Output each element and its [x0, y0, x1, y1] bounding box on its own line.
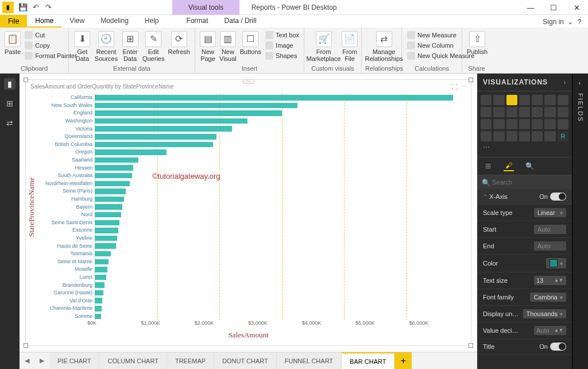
xaxis-section-header[interactable]: ⌃ X-Axis On [477, 189, 572, 205]
bar[interactable] [95, 172, 469, 180]
resize-handle[interactable] [469, 343, 473, 348]
expand-fields-pane-icon[interactable]: ‹ [579, 79, 582, 86]
file-menu[interactable]: File [0, 15, 27, 28]
viz-type-multicard[interactable] [493, 131, 504, 141]
viz-type-100-bar[interactable] [532, 95, 543, 105]
bar[interactable] [95, 305, 469, 313]
viz-type-pie[interactable] [481, 119, 492, 129]
more-options-icon[interactable]: ⋯ [461, 83, 467, 91]
page-tab[interactable]: PIE CHART [49, 352, 99, 370]
modeling-tab[interactable]: Modeling [92, 15, 137, 28]
bar[interactable] [95, 281, 469, 289]
viz-type-stacked-column[interactable] [493, 95, 504, 105]
bar[interactable] [95, 203, 469, 211]
bar[interactable] [95, 141, 469, 149]
edit-queries-button[interactable]: ✎Edit Queries [141, 30, 166, 63]
drag-handle-icon[interactable]: ⋯ [243, 79, 254, 84]
page-tab[interactable]: DONUT CHART [214, 352, 277, 370]
bar[interactable] [95, 117, 469, 125]
maximize-button[interactable]: ☐ [542, 0, 565, 15]
report-canvas[interactable]: ⋯ ⛶ ⋯ SalesAmount and OrderQuantity by S… [20, 74, 477, 352]
undo-icon[interactable]: ↶ [31, 3, 40, 12]
xaxis-toggle[interactable] [550, 193, 566, 201]
fields-well-icon[interactable]: ⊞ [483, 161, 493, 171]
bar[interactable] [95, 211, 469, 219]
page-tab[interactable]: FUNNEL CHART [277, 352, 342, 370]
bar[interactable] [95, 297, 469, 305]
font-family-dropdown[interactable]: Cambria▾ [530, 293, 566, 302]
from-file-button[interactable]: 📄From File [341, 30, 359, 63]
format-well-icon[interactable]: 🖌 [504, 161, 514, 171]
bar[interactable] [95, 274, 469, 282]
viz-type-line-clustered[interactable] [519, 107, 530, 117]
viz-type-area[interactable] [481, 107, 492, 117]
signin-link[interactable]: Sign in [543, 18, 564, 26]
chart-visual[interactable]: ⋯ ⛶ ⋯ SalesAmount and OrderQuantity by S… [25, 79, 471, 346]
display-units-dropdown[interactable]: Thousands▾ [523, 309, 566, 318]
bar[interactable] [95, 133, 469, 141]
fields-header[interactable]: FIELDS [577, 93, 584, 122]
home-tab[interactable]: Home [27, 15, 61, 28]
close-button[interactable]: ✕ [565, 0, 588, 15]
bar[interactable] [95, 250, 469, 258]
viz-type-treemap[interactable] [506, 119, 517, 129]
viz-type-donut[interactable] [493, 119, 504, 129]
model-view-icon[interactable]: ⇄ [4, 117, 16, 129]
format-tab[interactable]: Format [179, 15, 216, 28]
get-data-button[interactable]: ⬇Get Data [72, 30, 92, 63]
viz-type-matrix[interactable] [544, 131, 555, 141]
bar[interactable] [95, 226, 469, 235]
bar[interactable] [95, 164, 469, 172]
start-input[interactable]: Auto [534, 225, 566, 234]
viz-type-clustered-column[interactable] [519, 95, 530, 105]
enter-data-button[interactable]: ⊞Enter Data [120, 30, 140, 63]
format-search-input[interactable] [477, 175, 572, 189]
viz-type-funnel[interactable] [544, 119, 555, 129]
buttons-button[interactable]: ☐Buttons [239, 30, 262, 56]
help-tab[interactable]: Help [137, 15, 167, 28]
viz-type-slicer[interactable] [519, 131, 530, 141]
bar[interactable] [95, 266, 469, 274]
viz-type-kpi[interactable] [506, 131, 517, 141]
viz-type-gauge[interactable] [558, 119, 568, 129]
bar[interactable] [95, 235, 469, 243]
viz-type-card[interactable] [481, 131, 492, 141]
textbox-button[interactable]: Text box [264, 30, 301, 40]
viz-type-line-stacked[interactable] [506, 107, 517, 117]
title-toggle[interactable] [550, 343, 566, 351]
viz-type-100-column[interactable] [544, 95, 555, 105]
bar[interactable] [95, 242, 469, 250]
viz-type-line[interactable] [558, 95, 568, 105]
bar[interactable] [95, 102, 469, 110]
shapes-button[interactable]: Shapes [264, 51, 301, 61]
value-decimal-spinner[interactable]: ▲▼ [534, 326, 566, 335]
save-icon[interactable]: 💾 [18, 3, 28, 12]
focus-mode-icon[interactable]: ⛶ [451, 83, 458, 91]
bar[interactable] [95, 187, 469, 195]
tab-prev-icon[interactable]: ◀ [20, 357, 34, 364]
refresh-button[interactable]: ⟳Refresh [167, 30, 191, 56]
viz-type-scatter[interactable] [558, 107, 568, 117]
resize-handle[interactable] [469, 78, 473, 82]
report-view-icon[interactable]: ▮ [4, 78, 16, 90]
resize-handle[interactable] [24, 343, 28, 348]
tab-next-icon[interactable]: ▶ [34, 357, 49, 364]
page-tab[interactable]: TREEMAP [167, 352, 214, 370]
viz-type-r[interactable]: R [558, 131, 568, 141]
color-picker[interactable]: ▾ [546, 258, 566, 268]
resize-handle[interactable] [24, 78, 28, 82]
page-tab[interactable]: BAR CHART [342, 352, 394, 370]
viz-type-ribbon[interactable] [532, 107, 543, 117]
end-input[interactable]: Auto [534, 241, 566, 251]
paste-button[interactable]: 📋Paste [3, 30, 22, 56]
text-size-spinner[interactable]: ▲▼ [534, 276, 566, 285]
recent-sources-button[interactable]: 🕘Recent Sources [94, 30, 119, 63]
data-view-icon[interactable]: ⊞ [4, 98, 16, 109]
bar[interactable] [95, 219, 469, 227]
bar[interactable] [95, 94, 469, 102]
new-page-button[interactable]: ▤New Page [199, 30, 217, 63]
bar[interactable] [95, 313, 469, 321]
collapse-viz-pane-icon[interactable]: › [564, 79, 566, 86]
help-caret-icon[interactable]: ⌄ [567, 18, 573, 26]
bar[interactable] [95, 180, 469, 188]
